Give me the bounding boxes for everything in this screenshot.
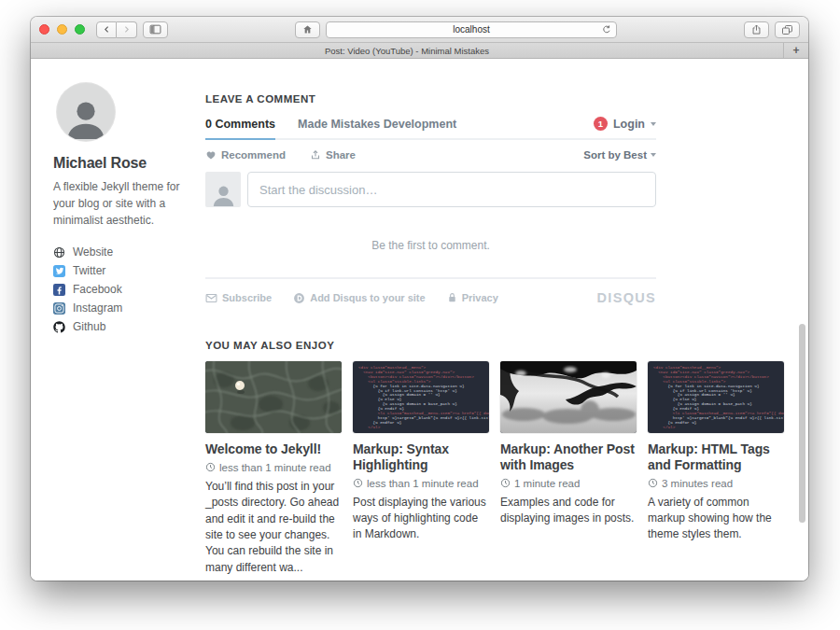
- author-sidebar: Michael Rose A flexible Jekyll theme for…: [53, 83, 195, 336]
- clock-icon: [648, 478, 658, 488]
- share-arrow-icon: [310, 149, 321, 161]
- sidebar-link-label: Instagram: [73, 301, 122, 315]
- close-window-button[interactable]: [39, 24, 49, 35]
- share-icon: [751, 23, 762, 35]
- heart-icon: [205, 149, 217, 161]
- disqus-tab-row: 0 Comments Made Mistakes Development 1 L…: [205, 117, 656, 140]
- sidebar-link-instagram[interactable]: Instagram: [53, 299, 195, 317]
- author-name: Michael Rose: [53, 155, 195, 172]
- comments-heading: LEAVE A COMMENT: [205, 93, 656, 105]
- sidebar-link-label: Website: [73, 245, 113, 259]
- tabs-overview-icon: [781, 24, 793, 35]
- globe-icon: [53, 246, 65, 259]
- read-time: 1 minute read: [514, 478, 580, 489]
- author-bio: A flexible Jekyll theme for your blog or…: [53, 178, 189, 229]
- related-post-title[interactable]: Welcome to Jekyll!: [205, 441, 342, 457]
- recommend-button[interactable]: Recommend: [205, 149, 286, 161]
- related-cards-row: Welcome to Jekyll! less than 1 minute re…: [205, 361, 784, 576]
- sort-label: Sort by Best: [583, 149, 647, 161]
- guest-avatar: [205, 172, 241, 207]
- related-heading: YOU MAY ALSO ENJOY: [205, 340, 784, 351]
- sidebar-link-label: Facebook: [73, 283, 122, 296]
- empty-state-message: Be the first to comment.: [205, 239, 656, 252]
- code-screenshot-thumbnail[interactable]: <div class="masthead__menu"> <nav id="si…: [353, 361, 489, 433]
- comment-count-tab[interactable]: 0 Comments: [205, 118, 275, 140]
- sort-by-best-dropdown[interactable]: Sort by Best: [583, 149, 656, 161]
- comment-input[interactable]: [247, 172, 656, 207]
- twitter-icon: [53, 265, 65, 277]
- related-post-card: Markup: Another Post with Images 1 minut…: [500, 361, 637, 576]
- share-label: Share: [326, 149, 356, 161]
- github-icon: [53, 321, 65, 333]
- back-button[interactable]: [96, 21, 117, 38]
- moss-photo-thumbnail[interactable]: [205, 361, 342, 433]
- related-post-title[interactable]: Markup: HTML Tags and Formatting: [648, 441, 784, 473]
- tab-bar: Post: Video (YouTube) - Minimal Mistakes…: [31, 43, 808, 59]
- read-time: less than 1 minute read: [219, 462, 331, 473]
- chevron-down-icon: [651, 153, 656, 157]
- clock-icon: [205, 462, 216, 472]
- sidebar-toggle-button[interactable]: [143, 21, 168, 38]
- address-bar[interactable]: localhost: [326, 21, 617, 38]
- forward-button[interactable]: [117, 21, 137, 38]
- chevron-down-icon: [651, 122, 656, 126]
- add-disqus-link[interactable]: Add Disqus to your site: [293, 292, 425, 304]
- share-comments-button[interactable]: Share: [310, 149, 356, 161]
- community-tab[interactable]: Made Mistakes Development: [298, 118, 456, 138]
- home-button[interactable]: [295, 21, 320, 38]
- divider: [205, 277, 656, 279]
- subscribe-link[interactable]: Subscribe: [205, 292, 272, 303]
- active-tab[interactable]: Post: Video (YouTube) - Minimal Mistakes: [31, 43, 783, 58]
- related-post-title[interactable]: Markup: Another Post with Images: [500, 441, 637, 473]
- reload-icon[interactable]: [601, 24, 612, 35]
- related-post-excerpt: A variety of common markup showing how t…: [648, 495, 784, 543]
- show-all-tabs-button[interactable]: [775, 21, 800, 38]
- recommend-label: Recommend: [221, 149, 286, 161]
- share-button[interactable]: [744, 21, 769, 38]
- window-controls: [39, 24, 85, 35]
- new-tab-button[interactable]: +: [783, 43, 808, 58]
- person-silhouette-icon: [211, 182, 236, 207]
- related-posts-section: YOU MAY ALSO ENJOY: [205, 340, 784, 576]
- sidebar-link-website[interactable]: Website: [53, 243, 195, 261]
- disqus-action-row: Recommend Share Sort by Best: [205, 149, 656, 161]
- related-post-card: <div class="masthead__menu"> <nav id="si…: [353, 361, 489, 576]
- related-post-excerpt: You’ll find this post in your _posts dir…: [205, 479, 342, 576]
- comments-section: LEAVE A COMMENT 0 Comments Made Mistakes…: [205, 93, 656, 305]
- login-label: Login: [613, 118, 645, 131]
- foggy-trees-photo-thumbnail[interactable]: [500, 361, 637, 433]
- related-post-card: Welcome to Jekyll! less than 1 minute re…: [205, 361, 342, 576]
- related-post-meta: less than 1 minute read: [353, 478, 489, 489]
- privacy-label: Privacy: [462, 292, 498, 303]
- scrollbar[interactable]: [799, 324, 805, 523]
- sidebar-icon: [149, 24, 161, 35]
- related-post-excerpt: Post displaying the various ways of high…: [353, 495, 489, 543]
- privacy-link[interactable]: Privacy: [447, 292, 498, 303]
- sidebar-link-facebook[interactable]: Facebook: [53, 280, 195, 299]
- disqus-logo[interactable]: DISQUS: [597, 290, 656, 305]
- home-icon: [302, 24, 313, 35]
- author-links: Website Twitter Facebook Instagram Githu…: [53, 243, 195, 336]
- clock-icon: [353, 478, 363, 488]
- instagram-icon: [53, 302, 65, 315]
- read-time: 3 minutes read: [662, 478, 733, 489]
- clock-icon: [500, 478, 511, 488]
- code-screenshot-thumbnail[interactable]: <div class="masthead__menu"> <nav id="si…: [648, 361, 784, 433]
- person-silhouette-icon: [63, 94, 109, 141]
- disqus-d-icon: [293, 292, 305, 304]
- minimize-window-button[interactable]: [57, 24, 67, 35]
- related-post-title[interactable]: Markup: Syntax Highlighting: [353, 441, 489, 473]
- login-menu[interactable]: 1 Login: [594, 117, 656, 138]
- sidebar-link-github[interactable]: Github: [53, 317, 195, 336]
- sidebar-link-twitter[interactable]: Twitter: [53, 261, 195, 280]
- add-disqus-label: Add Disqus to your site: [310, 292, 425, 303]
- tab-title: Post: Video (YouTube) - Minimal Mistakes: [325, 46, 489, 56]
- facebook-icon: [53, 284, 65, 296]
- related-post-excerpt: Examples and code for displaying images …: [500, 495, 637, 527]
- notification-badge: 1: [594, 117, 608, 131]
- related-post-card: <div class="masthead__menu"> <nav id="si…: [648, 361, 784, 576]
- related-post-meta: 3 minutes read: [648, 478, 784, 489]
- fullscreen-window-button[interactable]: [75, 24, 85, 35]
- disqus-footer: Subscribe Add Disqus to your site Privac…: [205, 290, 656, 305]
- envelope-icon: [205, 293, 217, 303]
